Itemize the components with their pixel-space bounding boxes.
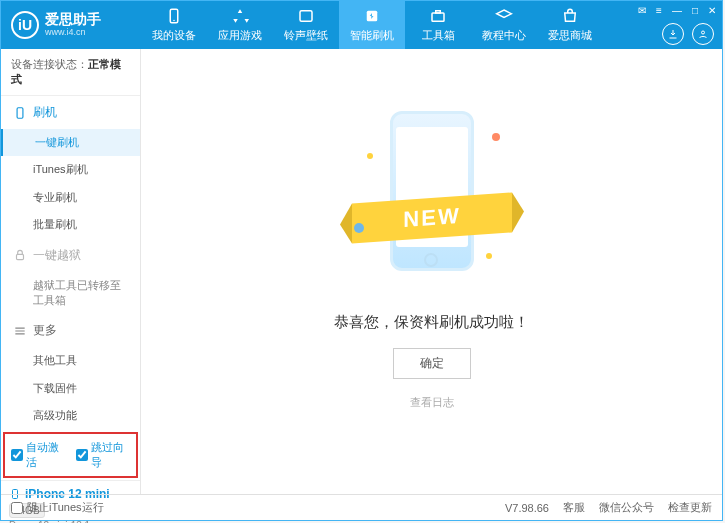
flash-header[interactable]: 刷机 bbox=[3, 96, 140, 129]
apps-icon bbox=[231, 7, 249, 25]
view-log-link[interactable]: 查看日志 bbox=[410, 395, 454, 410]
sidebar-item-batch-flash[interactable]: 批量刷机 bbox=[3, 211, 140, 238]
toolbox-icon bbox=[429, 7, 447, 25]
check-update-link[interactable]: 检查更新 bbox=[668, 500, 712, 515]
logo-icon: iU bbox=[11, 11, 39, 39]
account-area bbox=[662, 23, 714, 45]
logo-text: 爱思助手 www.i4.cn bbox=[45, 12, 101, 37]
sidebar-item-itunes-flash[interactable]: iTunes刷机 bbox=[3, 156, 140, 183]
more-items: 其他工具 下载固件 高级功能 bbox=[3, 347, 140, 429]
phone-illustration: NEW bbox=[362, 103, 502, 293]
jailbreak-note: 越狱工具已转移至工具箱 bbox=[3, 272, 140, 315]
wechat-link[interactable]: 微信公众号 bbox=[599, 500, 654, 515]
sidebar-item-other-tools[interactable]: 其他工具 bbox=[3, 347, 140, 374]
maximize-button[interactable]: □ bbox=[692, 5, 698, 16]
menu-icon[interactable]: ≡ bbox=[656, 5, 662, 16]
store-icon bbox=[561, 7, 579, 25]
lock-icon bbox=[13, 248, 27, 262]
nav-ringtone[interactable]: 铃声壁纸 bbox=[273, 1, 339, 49]
version-label: V7.98.66 bbox=[505, 502, 549, 514]
flash-head-label: 刷机 bbox=[33, 104, 57, 121]
connection-status: 设备连接状态：正常模式 bbox=[1, 49, 140, 96]
sidebar-item-advanced[interactable]: 高级功能 bbox=[3, 402, 140, 429]
flash-icon bbox=[363, 7, 381, 25]
download-icon[interactable] bbox=[662, 23, 684, 45]
sidebar-item-download-fw[interactable]: 下载固件 bbox=[3, 375, 140, 402]
nav-label: 工具箱 bbox=[422, 28, 455, 43]
main-nav: 我的设备 应用游戏 铃声壁纸 智能刷机 工具箱 教程中心 爱思商城 bbox=[141, 1, 722, 49]
phone-icon bbox=[13, 106, 27, 120]
nav-label: 爱思商城 bbox=[548, 28, 592, 43]
body: 设备连接状态：正常模式 刷机 一键刷机 iTunes刷机 专业刷机 批量刷机 一… bbox=[1, 49, 722, 494]
device-sub: Down-12mini-13,1 bbox=[9, 520, 132, 523]
new-banner: NEW bbox=[352, 192, 512, 243]
logo-area: iU 爱思助手 www.i4.cn bbox=[1, 11, 141, 39]
jailbreak-items: 越狱工具已转移至工具箱 bbox=[3, 272, 140, 315]
auto-activate-label: 自动激活 bbox=[26, 440, 66, 470]
wallpaper-icon bbox=[297, 7, 315, 25]
success-message: 恭喜您，保资料刷机成功啦！ bbox=[334, 313, 529, 332]
nav-toolbox[interactable]: 工具箱 bbox=[405, 1, 471, 49]
more-section: 更多 其他工具 下载固件 高级功能 bbox=[1, 314, 140, 429]
user-icon[interactable] bbox=[692, 23, 714, 45]
nav-label: 应用游戏 bbox=[218, 28, 262, 43]
nav-label: 教程中心 bbox=[482, 28, 526, 43]
jailbreak-head-label: 一键越狱 bbox=[33, 247, 81, 264]
svg-rect-4 bbox=[432, 13, 444, 21]
main-content: NEW 恭喜您，保资料刷机成功啦！ 确定 查看日志 bbox=[141, 49, 722, 494]
more-header[interactable]: 更多 bbox=[3, 314, 140, 347]
sidebar-item-oneclick-flash[interactable]: 一键刷机 bbox=[1, 129, 140, 156]
titlebar: iU 爱思助手 www.i4.cn 我的设备 应用游戏 铃声壁纸 智能刷机 工具… bbox=[1, 1, 722, 49]
flash-section: 刷机 一键刷机 iTunes刷机 专业刷机 批量刷机 bbox=[1, 96, 140, 239]
jailbreak-header[interactable]: 一键越狱 bbox=[3, 239, 140, 272]
options-row: 自动激活 跳过向导 bbox=[3, 432, 138, 478]
statusbar: 阻止iTunes运行 V7.98.66 客服 微信公众号 检查更新 bbox=[1, 494, 722, 520]
minimize-button[interactable]: — bbox=[672, 5, 682, 16]
app-url: www.i4.cn bbox=[45, 28, 101, 38]
sidebar: 设备连接状态：正常模式 刷机 一键刷机 iTunes刷机 专业刷机 批量刷机 一… bbox=[1, 49, 141, 494]
more-head-label: 更多 bbox=[33, 322, 57, 339]
device-icon bbox=[165, 7, 183, 25]
nav-store[interactable]: 爱思商城 bbox=[537, 1, 603, 49]
svg-rect-8 bbox=[17, 254, 24, 259]
svg-rect-5 bbox=[436, 11, 441, 13]
jailbreak-section: 一键越狱 越狱工具已转移至工具箱 bbox=[1, 239, 140, 315]
flash-items: 一键刷机 iTunes刷机 专业刷机 批量刷机 bbox=[3, 129, 140, 239]
app-window: iU 爱思助手 www.i4.cn 我的设备 应用游戏 铃声壁纸 智能刷机 工具… bbox=[0, 0, 723, 521]
tutorial-icon bbox=[495, 7, 513, 25]
nav-label: 我的设备 bbox=[152, 28, 196, 43]
window-controls: ✉ ≡ — □ ✕ bbox=[638, 5, 716, 16]
close-button[interactable]: ✕ bbox=[708, 5, 716, 16]
svg-point-1 bbox=[173, 20, 175, 22]
nav-flash[interactable]: 智能刷机 bbox=[339, 1, 405, 49]
svg-rect-7 bbox=[17, 107, 23, 118]
svg-rect-2 bbox=[300, 11, 312, 22]
feedback-icon[interactable]: ✉ bbox=[638, 5, 646, 16]
nav-label: 铃声壁纸 bbox=[284, 28, 328, 43]
nav-my-device[interactable]: 我的设备 bbox=[141, 1, 207, 49]
status-label: 设备连接状态： bbox=[11, 58, 88, 70]
block-itunes-checkbox[interactable]: 阻止iTunes运行 bbox=[11, 500, 104, 515]
nav-apps[interactable]: 应用游戏 bbox=[207, 1, 273, 49]
nav-label: 智能刷机 bbox=[350, 28, 394, 43]
app-title: 爱思助手 bbox=[45, 12, 101, 27]
block-itunes-label: 阻止iTunes运行 bbox=[27, 500, 104, 515]
nav-tutorial[interactable]: 教程中心 bbox=[471, 1, 537, 49]
sidebar-item-pro-flash[interactable]: 专业刷机 bbox=[3, 184, 140, 211]
svg-point-6 bbox=[702, 31, 705, 34]
ok-button[interactable]: 确定 bbox=[393, 348, 471, 379]
auto-activate-checkbox[interactable]: 自动激活 bbox=[11, 440, 66, 470]
support-link[interactable]: 客服 bbox=[563, 500, 585, 515]
skip-guide-label: 跳过向导 bbox=[91, 440, 131, 470]
skip-guide-checkbox[interactable]: 跳过向导 bbox=[76, 440, 131, 470]
list-icon bbox=[13, 324, 27, 338]
